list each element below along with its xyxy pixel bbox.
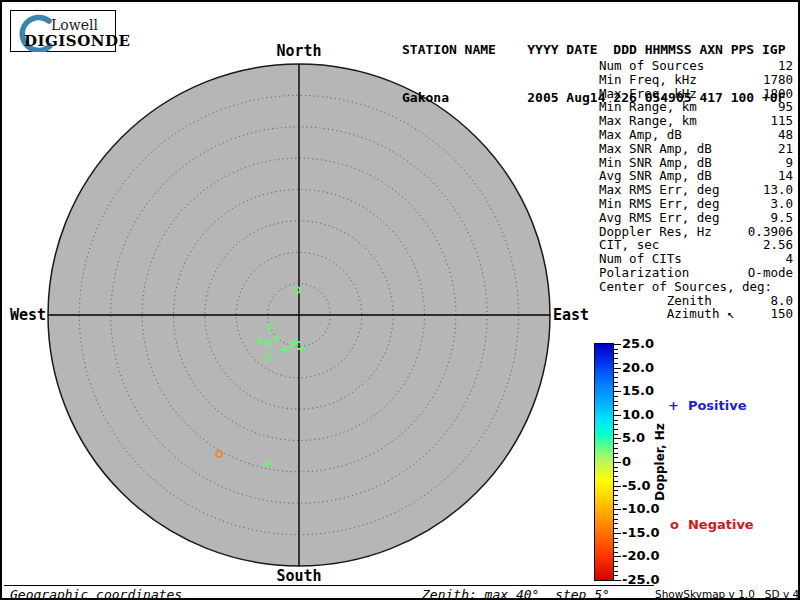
colorbar-tick — [614, 523, 618, 524]
colorbar-tick — [614, 353, 618, 354]
colorbar-tick — [614, 542, 618, 543]
stat-label: Min Range, km — [599, 100, 697, 114]
colorbar-tick — [614, 509, 621, 510]
colorbar-tick — [614, 429, 618, 430]
stat-row: Avg SNR Amp, dB14 — [599, 169, 793, 183]
colorbar-tick — [614, 434, 618, 435]
colorbar-tick — [614, 500, 618, 501]
colorbar-tick — [614, 566, 618, 567]
negative-legend-label: Negative — [688, 517, 754, 532]
stat-value: 2.56 — [763, 238, 793, 252]
stat-value: 1800 — [763, 87, 793, 101]
stat-row: Num of Sources12 — [599, 59, 793, 73]
stat-label: Max SNR Amp, dB — [599, 142, 712, 156]
showskymap-window: Lowell DIGISONDE STATION NAME YYYY DATE … — [0, 0, 800, 600]
colorbar-tick — [614, 547, 618, 548]
stat-row: Min RMS Err, deg3.0 — [599, 197, 793, 211]
stat-row: Zenith8.0 — [599, 294, 793, 308]
stat-row: Min Range, km95 — [599, 100, 793, 114]
colorbar-tick — [614, 368, 621, 369]
colorbar-tick — [614, 448, 618, 449]
colorbar-tick — [614, 453, 618, 454]
stat-row: Min SNR Amp, dB9 — [599, 156, 793, 170]
stat-value: 9.5 — [770, 211, 793, 225]
colorbar-tick — [614, 462, 621, 463]
stat-label: Min Freq, kHz — [599, 73, 697, 87]
colorbar-tick — [614, 410, 618, 411]
stat-label: Max RMS Err, deg — [599, 183, 719, 197]
stat-label: Num of CITs — [599, 252, 682, 266]
colorbar-tick — [614, 396, 618, 397]
stat-row: PolarizationO-mode — [599, 266, 793, 280]
colorbar-tick — [614, 443, 618, 444]
colorbar-tick — [614, 486, 621, 487]
compass-west-label: West — [4, 306, 46, 324]
stat-value: 95 — [778, 100, 793, 114]
colorbar-tick-label: -20.0 — [622, 548, 659, 563]
stat-value: 14 — [778, 169, 793, 183]
colorbar-tick — [614, 372, 618, 373]
stat-label: Doppler Res, Hz — [599, 225, 712, 239]
stat-row: Max SNR Amp, dB21 — [599, 142, 793, 156]
colorbar-tick — [614, 580, 621, 581]
colorbar-tick-label: 0 — [622, 454, 631, 469]
stat-label: Min SNR Amp, dB — [599, 156, 712, 170]
colorbar-tick-label: -15.0 — [622, 525, 659, 540]
colorbar-tick — [614, 519, 618, 520]
colorbar-tick — [614, 377, 618, 378]
colorbar-tick — [614, 382, 618, 383]
stat-value: 3.0 — [770, 197, 793, 211]
colorbar-tick — [614, 420, 618, 421]
colorbar-tick-label: 5.0 — [622, 430, 645, 445]
stat-label: Center of Sources, deg: — [599, 280, 772, 294]
colorbar-tick — [614, 571, 618, 572]
colorbar-tick — [614, 358, 618, 359]
stat-value: 8.0 — [770, 294, 793, 308]
colorbar-tick — [614, 415, 621, 416]
colorbar-tick — [614, 401, 618, 402]
colorbar-tick — [614, 471, 618, 472]
stat-label: Avg SNR Amp, dB — [599, 169, 712, 183]
colorbar-tick-label: -5.0 — [622, 478, 650, 493]
stat-value: 13.0 — [763, 183, 793, 197]
colorbar-tick — [614, 533, 621, 534]
stat-label: Max Range, km — [599, 114, 697, 128]
stat-row: Num of CITs4 — [599, 252, 793, 266]
stat-value: 48 — [778, 128, 793, 142]
stat-value: 0.3906 — [748, 225, 793, 239]
colorbar-tick — [614, 504, 618, 505]
stats-panel: Num of Sources12Min Freq, kHz1780Max Fre… — [599, 59, 793, 321]
colorbar-tick — [614, 476, 618, 477]
colorbar-tick — [614, 424, 618, 425]
colorbar-tick — [614, 344, 621, 345]
colorbar-tick-label: 25.0 — [622, 336, 654, 351]
circle-symbol-icon: o — [670, 517, 679, 532]
positive-legend-label: Positive — [688, 398, 747, 413]
positive-legend: + Positive — [668, 398, 747, 413]
version-label: ShowSkymap v 1.0 SD v 4.2 — [655, 588, 800, 600]
colorbar-tick — [614, 438, 621, 439]
zenith-scale-label: Zenith: max 40° step 5° — [422, 587, 610, 600]
colorbar-tick-label: 20.0 — [622, 360, 654, 375]
stat-value: O-mode — [748, 266, 793, 280]
doppler-colorbar-gradient — [594, 343, 614, 581]
stat-row: Max Range, km115 — [599, 114, 793, 128]
colorbar-tick — [614, 490, 618, 491]
stat-row: Min Freq, kHz1780 — [599, 73, 793, 87]
stat-label: Min RMS Err, deg — [599, 197, 719, 211]
stat-value: 1780 — [763, 73, 793, 87]
colorbar-tick — [614, 538, 618, 539]
stat-value: 115 — [770, 114, 793, 128]
colorbar-axis-title: Doppler, Hz — [653, 417, 667, 507]
stat-label: Max Freq, kHz — [599, 87, 697, 101]
colorbar-tick — [614, 495, 618, 496]
stat-value: 12 — [778, 59, 793, 73]
doppler-colorbar-ticks — [614, 344, 622, 580]
stat-row: Avg RMS Err, deg9.5 — [599, 211, 793, 225]
colorbar-tick — [614, 561, 618, 562]
stat-label: Num of Sources — [599, 59, 704, 73]
stat-row: Max RMS Err, deg13.0 — [599, 183, 793, 197]
stat-row: Center of Sources, deg: — [599, 280, 793, 294]
colorbar-tick — [614, 556, 621, 557]
stat-value: 9 — [785, 156, 793, 170]
